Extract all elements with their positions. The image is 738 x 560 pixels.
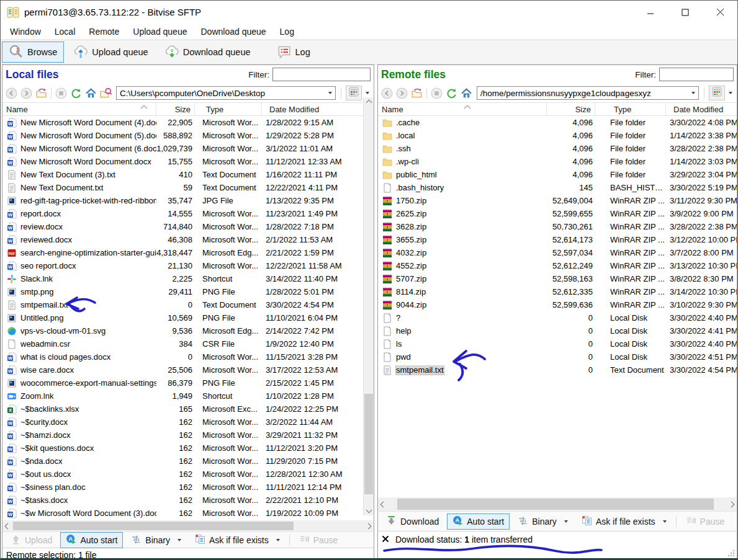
scroll-left-icon[interactable] <box>378 502 389 507</box>
file-row[interactable]: vps-vs-cloud-vm-01.svg9,536Microsoft Edg… <box>2 324 374 337</box>
file-row[interactable]: 1750.zip52,649,004WinRAR ZIP ...3/11/202… <box>378 194 737 207</box>
remote-pause-button[interactable]: Pause <box>680 513 731 530</box>
column-header-name[interactable]: Name <box>378 103 547 115</box>
menu-download-queue[interactable]: Download queue <box>194 24 272 39</box>
file-row[interactable]: 3628.zip50,730,261WinRAR ZIP ...3/28/202… <box>378 220 737 233</box>
file-row[interactable]: 4552.zip52,612,249WinRAR ZIP ...3/13/202… <box>378 259 737 272</box>
file-row[interactable]: WNew Microsoft Word Document (4).docx22,… <box>2 116 374 129</box>
file-row[interactable]: Wseo report.docx21,130Microsoft Wor...12… <box>2 259 374 272</box>
remote-auto-start-button[interactable]: A Auto start <box>447 513 510 530</box>
file-row[interactable]: 5707.zip52,598,163WinRAR ZIP ...3/8/2022… <box>378 272 737 285</box>
file-row[interactable]: Untitled.png10,569PNG File11/10/2021 6:0… <box>2 311 374 324</box>
file-row[interactable]: 3655.zip52,614,173WinRAR ZIP ...3/12/202… <box>378 233 737 246</box>
file-row[interactable]: .wp-cli4,096File folder1/14/2022 3:03 PM <box>378 155 737 168</box>
scroll-down-icon[interactable] <box>364 505 374 515</box>
file-row[interactable]: red-gift-tag-price-ticket-with-red-ribbo… <box>2 194 374 207</box>
file-row[interactable]: 4032.zip52,597,034WinRAR ZIP ...3/7/2022… <box>378 246 737 259</box>
column-header-name[interactable]: Name <box>2 103 156 115</box>
browse-button[interactable]: Browse <box>2 42 64 63</box>
stop-icon[interactable] <box>55 87 68 100</box>
close-button[interactable] <box>703 1 737 24</box>
minimize-button[interactable] <box>633 1 668 24</box>
maximize-button[interactable] <box>668 1 703 24</box>
file-row[interactable]: woocommerce-export-manual-settings...86,… <box>2 376 374 389</box>
menu-log[interactable]: Log <box>273 24 301 39</box>
file-row[interactable]: X~$backlinks.xlsx165Microsoft Exc...1/24… <box>2 402 374 416</box>
menu-window[interactable]: Window <box>3 24 48 39</box>
column-header-date[interactable]: Date Modified <box>670 103 737 115</box>
local-hscroll-thumb[interactable] <box>13 522 294 530</box>
clear-status-icon[interactable] <box>382 535 389 544</box>
menu-upload-queue[interactable]: Upload queue <box>126 24 194 39</box>
file-row[interactable]: Wwise care.docx25,506Microsoft Wor...3/1… <box>2 363 374 376</box>
file-row[interactable]: W~$curity.docx162Microsoft Wor...3/2/202… <box>2 416 374 429</box>
back-icon[interactable] <box>380 87 394 100</box>
column-header-type[interactable]: Type <box>202 103 262 115</box>
refresh-icon[interactable] <box>70 87 83 100</box>
local-view-mode-button[interactable] <box>346 86 362 100</box>
remote-path-combobox[interactable]: /home/permissionsnusyypxge1cloudpagesxyz <box>477 86 699 100</box>
file-row[interactable]: smtpemail.txt0Text Document3/30/2022 4:5… <box>2 298 374 311</box>
remote-horizontal-scrollbar[interactable] <box>378 497 737 511</box>
local-vertical-scrollbar[interactable] <box>363 97 374 515</box>
file-row[interactable]: help0Local Disk3/30/2022 4:41 PM <box>378 324 737 337</box>
file-row[interactable]: 8114.zip52,612,335WinRAR ZIP ...3/14/202… <box>378 285 737 298</box>
parent-folder-icon[interactable] <box>410 87 423 100</box>
file-row[interactable]: public_html4,096File folder3/29/2022 3:0… <box>378 168 737 181</box>
file-row[interactable]: Wreview.docx714,840Microsoft Wor...1/28/… <box>2 220 374 233</box>
local-filter-input[interactable] <box>272 68 371 81</box>
local-horizontal-scrollbar[interactable] <box>2 520 374 531</box>
scroll-right-icon[interactable] <box>726 502 737 507</box>
download-queue-button[interactable]: Download queue <box>158 42 258 63</box>
back-icon[interactable] <box>5 87 18 100</box>
remote-view-dropdown-icon[interactable] <box>727 92 734 94</box>
home-icon[interactable] <box>84 87 97 100</box>
binary-dropdown-icon[interactable] <box>564 520 568 523</box>
file-row[interactable]: .ssh4,096File folder3/28/2022 2:38 PM <box>378 142 737 155</box>
resize-grip[interactable] <box>727 549 736 560</box>
remote-view-mode-button[interactable] <box>709 86 725 100</box>
file-row[interactable]: .cache4,096File folder3/30/2022 4:08 PM <box>378 116 737 129</box>
parent-folder-icon[interactable] <box>35 87 48 100</box>
file-row[interactable]: WNew Microsoft Word Document (5).docx588… <box>2 129 374 142</box>
file-row[interactable]: WNew Microsoft Word Document.docx15,755M… <box>2 155 374 168</box>
ask-dropdown-icon[interactable] <box>276 539 280 541</box>
file-row[interactable]: .bash_history145BASH_HISTO...3/30/2022 5… <box>378 181 737 194</box>
file-row[interactable]: W~$siness plan.doc162Microsoft Wor...11/… <box>2 481 374 494</box>
local-ask-if-exists-button[interactable]: Ask if file exists <box>189 532 286 548</box>
file-row[interactable]: W~$w Microsoft Word Document (3).docx162… <box>2 507 374 520</box>
file-row[interactable]: smtpemail.txt0Text Document3/30/2022 4:5… <box>378 363 737 376</box>
upload-button[interactable]: Upload <box>5 532 58 548</box>
file-row[interactable]: Wreviewed.docx46,308Microsoft Wor...2/1/… <box>2 233 374 246</box>
file-row[interactable]: W~$kit questions.docx162Microsoft Wor...… <box>2 442 374 455</box>
remote-filter-input[interactable] <box>659 68 734 81</box>
download-button[interactable]: Download <box>380 513 444 530</box>
remote-path-dropdown-icon[interactable] <box>688 87 698 99</box>
refresh-icon[interactable] <box>445 87 458 100</box>
local-path-dropdown-icon[interactable] <box>325 87 335 99</box>
scroll-right-icon[interactable] <box>363 524 374 528</box>
column-header-type[interactable]: Type <box>610 103 666 115</box>
file-row[interactable]: Slack.lnk2,225Shortcut3/14/2022 11:40 PM <box>2 272 374 285</box>
local-vscroll-thumb[interactable] <box>364 394 373 494</box>
browse-folder-icon[interactable] <box>99 87 112 100</box>
file-row[interactable]: W~$nda.docx162Microsoft Wor...11/29/2020… <box>2 455 374 468</box>
file-row[interactable]: W~$out us.docx162Microsoft Wor...12/28/2… <box>2 468 374 481</box>
local-auto-start-button[interactable]: A Auto start <box>60 532 123 548</box>
file-row[interactable]: Wwhat is cloud pages.docx0Microsoft Wor.… <box>2 350 374 363</box>
file-row[interactable]: W~$hamzi.docx162Microsoft Wor...3/29/202… <box>2 429 374 442</box>
column-header-size[interactable]: Size <box>547 103 595 115</box>
forward-icon[interactable] <box>395 87 408 100</box>
log-button[interactable]: Log <box>270 42 317 63</box>
local-view-dropdown-icon[interactable] <box>364 92 371 94</box>
file-row[interactable]: 2625.zip52,599,655WinRAR ZIP ...3/9/2022… <box>378 207 737 220</box>
file-row[interactable]: New Text Document (3).txt410Text Documen… <box>2 168 374 181</box>
remote-binary-mode-button[interactable]: 101 Binary <box>512 513 574 530</box>
file-row[interactable]: Wreport.docx14,555Microsoft Wor...11/23/… <box>2 207 374 220</box>
local-path-combobox[interactable]: C:\Users\pcomputer\OneDrive\Desktop <box>116 86 336 100</box>
home-icon[interactable] <box>460 87 473 100</box>
menu-local[interactable]: Local <box>48 24 82 39</box>
scroll-left-icon[interactable] <box>2 524 13 528</box>
file-row[interactable]: pwd0Local Disk3/30/2022 4:51 PM <box>378 350 737 363</box>
upload-queue-button[interactable]: Upload queue <box>66 42 155 63</box>
